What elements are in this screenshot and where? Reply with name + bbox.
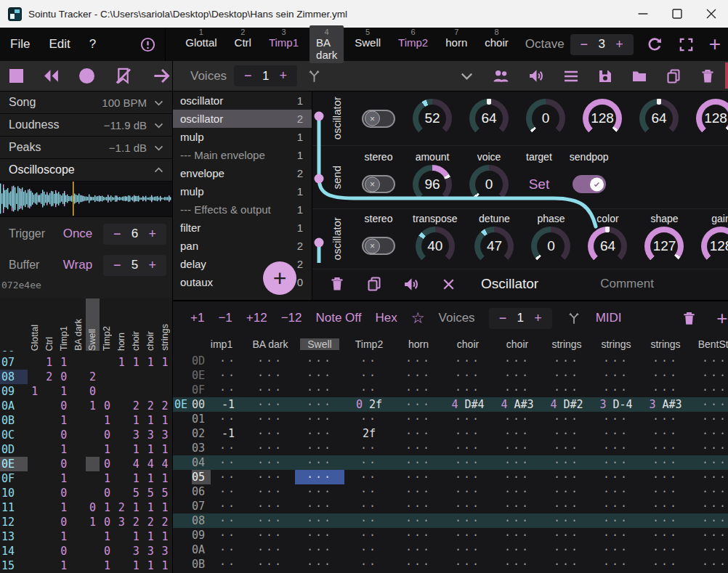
pattern-cell[interactable]: ·· [344,499,394,513]
order-cell[interactable] [114,442,129,457]
pattern-cell[interactable]: ··· [246,368,295,383]
pattern-cell[interactable]: ··· [542,383,591,397]
pattern-cell[interactable]: ·· [211,499,246,513]
pattern-cell[interactable]: ··· [246,455,295,470]
order-cell[interactable] [114,457,129,471]
order-cell[interactable] [71,355,86,370]
pattern-cell[interactable]: 3 A#3 [641,397,690,412]
order-track-header[interactable]: Glottal [28,298,42,351]
order-row-number[interactable]: 0E [0,457,28,471]
order-cell[interactable]: 0 [100,428,114,442]
order-cell[interactable] [114,558,129,573]
copy-unit-icon[interactable] [365,275,383,293]
order-cell[interactable] [143,370,158,384]
order-cell[interactable] [86,355,100,370]
trigger-minus-button[interactable]: − [108,227,127,242]
order-cell[interactable]: 1 [57,529,71,544]
pattern-cell[interactable]: ··· [493,368,542,383]
order-cell[interactable]: 1 [57,413,71,428]
order-cell[interactable] [28,399,42,413]
pattern-cell[interactable]: ··· [394,368,443,383]
order-cell[interactable] [86,544,100,558]
order-cell[interactable] [42,442,57,457]
order-cell[interactable] [100,370,114,384]
order-cell[interactable] [42,515,57,529]
pattern-cell[interactable]: ··· [591,441,641,455]
pattern-cell[interactable]: ··· [641,426,690,441]
pattern-cell[interactable]: ·· [344,528,394,542]
record-button[interactable] [79,68,94,84]
pattern-cell[interactable]: ··· [591,412,641,426]
pattern-cell[interactable]: 0 2f [344,397,394,412]
pattern-cell[interactable]: ··· [394,557,443,572]
pattern-cell[interactable]: ·· [344,354,394,368]
pattern-cell[interactable]: ··· [591,499,641,513]
pattern-cell[interactable]: ··· [246,383,295,397]
solo-speaker-icon[interactable] [527,67,546,85]
order-cell[interactable]: 1 [100,471,114,486]
pattern-cell[interactable]: ··· [443,426,493,441]
pattern-cell[interactable]: ··· [690,528,728,542]
pattern-cell[interactable]: ··· [591,557,641,572]
split-track-icon[interactable] [566,310,582,326]
star-icon[interactable]: ☆ [411,309,425,327]
order-cell[interactable]: 1 [100,529,114,544]
instrument-presets-icon[interactable] [492,67,511,86]
pattern-track-header[interactable]: choir [443,338,493,350]
pattern-row-number[interactable]: 0A [192,542,211,557]
amount-knob[interactable]: 96 [413,165,452,204]
pattern-cell[interactable]: ·· [211,412,246,426]
order-cell[interactable] [28,471,42,486]
instrument-tab[interactable]: 5Swell [348,25,387,63]
order-cell[interactable]: 1 [158,355,172,370]
pattern-cell[interactable]: ··· [394,412,443,426]
order-cell[interactable] [114,486,129,500]
pattern-cell[interactable]: ··· [641,470,690,484]
order-cell[interactable]: 1 [57,442,71,457]
order-cell[interactable]: 1 [42,355,57,370]
order-cell[interactable]: 0 [100,544,114,558]
order-cell[interactable]: 1 [158,471,172,486]
pattern-cell[interactable]: ··· [690,426,728,441]
pattern-cell[interactable]: ··· [246,484,295,499]
param-knob[interactable]: 0 [526,99,565,138]
pattern-cell[interactable]: ··· [394,528,443,542]
pattern-cell[interactable]: ·· [344,383,394,397]
pattern-cell[interactable]: ·· [211,484,246,499]
order-cell[interactable] [114,529,129,544]
order-cell[interactable]: 1 [57,471,71,486]
order-cell[interactable]: 1 [57,500,71,515]
stop-button[interactable] [9,69,23,83]
unit-list-item[interactable]: pan2 [173,237,312,255]
pattern-cell[interactable]: ·· [211,383,246,397]
pattern-row-number[interactable]: 0F [192,383,211,397]
fullscreen-icon[interactable] [678,36,695,53]
pattern-cell[interactable]: ··· [493,354,542,368]
pattern-cell[interactable]: ··· [493,441,542,455]
order-cell[interactable] [86,529,100,544]
order-cell[interactable] [42,486,57,500]
order-cell[interactable] [28,413,42,428]
pattern-cell[interactable]: ··· [295,441,344,455]
order-cell[interactable]: 2 [158,515,172,529]
order-row-number[interactable]: 0D [0,442,28,457]
chevron-down-icon[interactable] [458,68,475,84]
pattern-cell[interactable]: ·· [211,470,246,484]
pattern-cell[interactable]: ··· [295,426,344,441]
pattern-cell[interactable]: ·· [211,368,246,383]
unit-list-item[interactable]: filter1 [173,219,312,237]
order-cell[interactable]: 5 [129,486,143,500]
order-row-number[interactable]: 0F [0,471,28,486]
instrument-tab[interactable]: 1Glottal [179,25,223,63]
pattern-cell[interactable]: ··· [493,542,542,557]
order-cell[interactable]: 1 [86,399,100,413]
param-knob[interactable]: 52 [413,99,452,138]
unit-list-item[interactable]: oscillator1 [173,92,312,110]
pattern-cell[interactable]: ··· [443,441,493,455]
order-cell[interactable]: 2 [158,399,172,413]
unit-list-item[interactable]: mulp1 [173,128,312,146]
order-cell[interactable]: 1 [143,413,158,428]
pattern-cell[interactable]: ··· [295,542,344,557]
instrument-tab[interactable]: 4BA dark [310,25,344,63]
pattern-cell[interactable]: ··· [394,542,443,557]
